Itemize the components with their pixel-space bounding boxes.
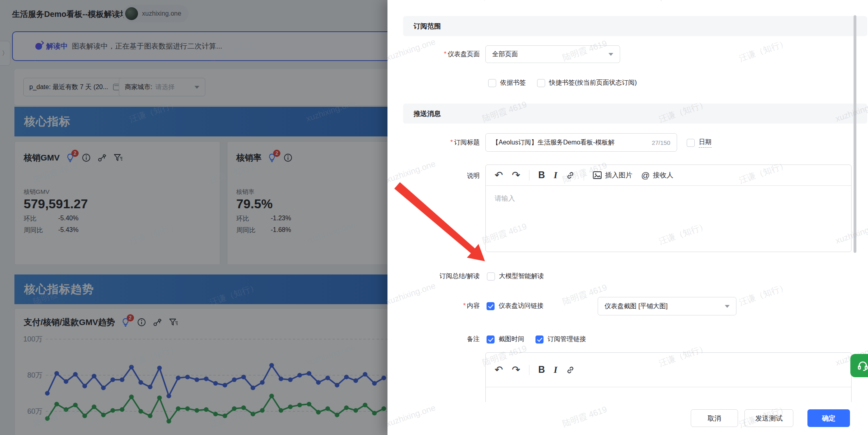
toolbar-divider [529,170,529,181]
quick-bookmark-label[interactable]: 快捷书签(按当前页面状态订阅) [549,79,637,87]
toolbar-divider [529,365,529,375]
redo-icon[interactable]: ↷ [512,170,520,180]
insert-image-button[interactable]: 插入图片 [593,171,632,180]
screenshot-mode-value: 仪表盘截图 [平铺大图] [604,302,667,311]
content-label: 内容 [387,302,480,310]
mention-label: 接收人 [653,171,673,180]
panel-scrollbar[interactable] [854,15,856,253]
chevron-down-icon [608,53,613,56]
at-icon: @ [641,171,649,180]
confirm-label: 确定 [822,414,836,423]
modal-backdrop[interactable] [0,0,387,435]
remark-editor[interactable]: ↶ ↷ B I [485,352,852,402]
subscription-title-input[interactable]: 【Aeolus订阅】生活服务Demo看板-模板解 27/150 [485,133,677,152]
image-icon [593,171,602,179]
app-root: 生活服务Demo看板--模板解读培训 ☆ xuzhixing.one 解读中 图… [0,0,868,435]
send-test-label: 发送测试 [755,414,783,423]
quick-bookmark-checkbox[interactable] [537,79,545,87]
dashboard-page-select[interactable]: 全部页面 [485,45,620,63]
subscription-title-value: 【Aeolus订阅】生活服务Demo看板-模板解 [492,138,648,147]
llm-interpret-label[interactable]: 大模型智能解读 [499,272,544,281]
section-label: 订阅范围 [414,22,441,31]
description-placeholder: 请输入 [486,186,851,211]
screenshot-time-label[interactable]: 截图时间 [499,335,524,344]
date-checkbox-label[interactable]: 日期 [699,138,712,148]
dashboard-page-label: 仪表盘页面 [387,50,480,59]
mention-button[interactable]: @ 接收人 [641,171,673,180]
link-icon[interactable] [566,171,575,180]
cancel-label: 取消 [708,414,721,423]
remark-label: 备注 [387,335,480,344]
insert-image-label: 插入图片 [605,171,632,180]
screenshot-time-checkbox[interactable] [487,335,495,344]
subscription-dialog: 订阅范围 仪表盘页面 全部页面 依据书签 快捷书签(按当前页面状态订阅) 推送消… [387,0,868,435]
description-editor[interactable]: ↶ ↷ B I 插入图片 @ 接收人 请输入 [485,165,852,252]
remark-checkbox-row: 截图时间 订阅管理链接 [487,335,586,344]
screenshot-mode-select[interactable]: 仪表盘截图 [平铺大图] [598,297,736,315]
bold-icon[interactable]: B [538,170,545,181]
date-checkbox[interactable] [687,139,695,147]
link-icon[interactable] [566,366,575,374]
toolbar-divider [584,170,584,181]
manage-link-checkbox[interactable] [535,335,544,344]
summary-label: 订阅总结/解读 [387,272,480,281]
chevron-down-icon [725,305,730,308]
bookmark-checkbox-row: 依据书签 快捷书签(按当前页面状态订阅) [488,79,637,87]
redo-icon[interactable]: ↷ [512,365,520,375]
rich-toolbar: ↶ ↷ B I [486,353,851,387]
italic-icon[interactable]: I [554,170,558,181]
llm-checkbox-row: 大模型智能解读 [487,272,544,281]
subscription-title-label: 订阅标题 [387,138,480,147]
italic-icon[interactable]: I [554,365,558,375]
manage-link-label[interactable]: 订阅管理链接 [548,335,586,344]
dashboard-page-value: 全部页面 [492,50,518,59]
llm-interpret-checkbox[interactable] [487,272,495,281]
char-counter: 27/150 [652,139,670,146]
bookmark-label[interactable]: 依据书签 [500,79,526,87]
support-button[interactable] [850,354,868,377]
cancel-button[interactable]: 取消 [691,409,738,427]
headset-icon [857,360,868,371]
section-label: 推送消息 [414,109,441,118]
bookmark-checkbox[interactable] [488,79,496,87]
description-label: 说明 [387,172,480,180]
dashboard-link-checkbox[interactable] [487,302,495,310]
date-checkbox-row: 日期 [687,138,712,148]
section-subscription-scope: 订阅范围 [403,16,867,36]
undo-icon[interactable]: ↶ [495,365,503,375]
undo-icon[interactable]: ↶ [495,170,503,180]
rich-toolbar: ↶ ↷ B I 插入图片 @ 接收人 [486,165,851,186]
dashboard-link-label[interactable]: 仪表盘访问链接 [499,302,544,310]
confirm-button[interactable]: 确定 [807,409,850,427]
bold-icon[interactable]: B [538,364,545,375]
send-test-button[interactable]: 发送测试 [744,409,793,427]
section-push-message: 推送消息 [403,104,867,124]
